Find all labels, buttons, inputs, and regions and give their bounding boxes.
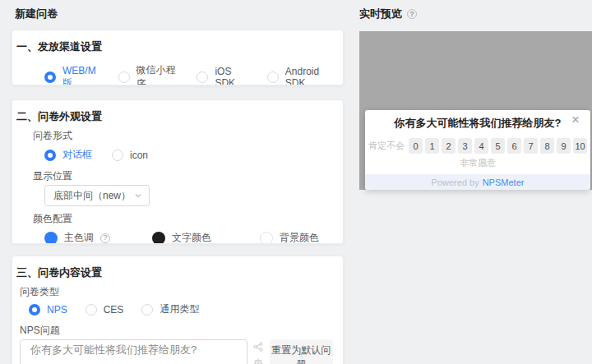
channel-section-title: 一、发放渠道设置 xyxy=(16,40,333,53)
reset-default-question-button[interactable]: 重置为默认问题 xyxy=(270,339,333,364)
appearance-section-title: 二、问卷外观设置 xyxy=(16,110,333,123)
radio-label: icon xyxy=(130,150,148,161)
background-color-item[interactable]: 背景颜色 xyxy=(260,231,333,244)
radio-dot-icon xyxy=(112,150,123,161)
background-color-label: 背景颜色 xyxy=(280,231,319,244)
radio-icon-style[interactable]: icon xyxy=(112,150,148,161)
radio-dot-icon xyxy=(267,71,279,83)
color-config-label: 颜色配置 xyxy=(33,213,333,224)
score-button-6[interactable]: 6 xyxy=(507,138,521,154)
chevron-down-icon xyxy=(134,191,142,200)
radio-nps[interactable]: NPS xyxy=(29,304,67,316)
score-button-4[interactable]: 4 xyxy=(474,138,488,154)
score-button-9[interactable]: 9 xyxy=(557,138,571,154)
rating-scale: 0 1 2 3 4 5 6 7 8 9 10 xyxy=(409,138,587,154)
position-label: 显示位置 xyxy=(33,170,333,182)
score-button-0[interactable]: 0 xyxy=(409,138,423,154)
close-icon[interactable]: × xyxy=(567,112,584,128)
preview-question-title: 你有多大可能性将我们推荐给朋友? xyxy=(365,117,590,130)
color-config-row: 主色调 ? 文字颜色 背景颜色 xyxy=(44,231,333,244)
radio-label: NPS xyxy=(47,304,67,316)
position-select[interactable]: 底部中间（new） xyxy=(44,185,150,206)
score-button-8[interactable]: 8 xyxy=(540,138,554,154)
form-style-radio-group: 对话框 icon xyxy=(44,148,333,162)
score-button-5[interactable]: 5 xyxy=(491,138,505,154)
radio-general[interactable]: 通用类型 xyxy=(141,302,199,316)
radio-wechat-mini[interactable]: 微信小程序 xyxy=(118,63,178,85)
preview-rating-row: 肯定不会 0 1 2 3 4 5 6 7 8 9 10 xyxy=(365,138,590,154)
page-title: 新建问卷 xyxy=(15,7,58,21)
radio-label: iOS SDK xyxy=(215,66,247,85)
radio-label: CES xyxy=(104,304,124,316)
content-settings-card: 三、问卷内容设置 问卷类型 NPS CES 通用类型 NPS问题 xyxy=(12,256,344,364)
score-button-10[interactable]: 10 xyxy=(573,138,587,154)
radio-dot-icon xyxy=(86,304,97,316)
nps-question-input[interactable] xyxy=(20,339,247,364)
survey-type-label: 问卷类型 xyxy=(20,286,333,297)
primary-color-item[interactable]: 主色调 ? xyxy=(44,231,118,244)
radio-android-sdk[interactable]: Android SDK xyxy=(267,66,333,85)
question-tools xyxy=(253,342,263,364)
radio-dot-icon xyxy=(197,71,208,83)
nps-question-row: 重置为默认问题 xyxy=(20,339,333,364)
share-icon[interactable] xyxy=(253,342,263,352)
radio-ios-sdk[interactable]: iOS SDK xyxy=(197,66,247,85)
help-icon[interactable]: ? xyxy=(100,233,110,243)
preview-header: 实时预览 ? xyxy=(359,7,417,21)
radio-dot-icon xyxy=(141,304,153,316)
radio-dot-icon xyxy=(44,71,56,83)
radio-dialog[interactable]: 对话框 xyxy=(44,148,92,162)
channel-radio-group: WEB/M版 微信小程序 iOS SDK Android SDK xyxy=(44,63,333,85)
preview-title: 实时预览 xyxy=(359,7,402,21)
radio-label: 对话框 xyxy=(62,148,92,162)
rating-max-label: 非常愿意 xyxy=(365,157,590,169)
score-button-2[interactable]: 2 xyxy=(442,138,456,154)
nps-question-label: NPS问题 xyxy=(20,325,333,336)
rating-min-label: 肯定不会 xyxy=(368,140,405,152)
preview-footer: Powered by NPSMeter xyxy=(365,174,590,190)
appearance-settings-card: 二、问卷外观设置 问卷形式 对话框 icon 显示位置 底部中间（new） 颜色… xyxy=(12,99,344,244)
help-icon[interactable]: ? xyxy=(407,9,417,19)
radio-dot-icon xyxy=(44,150,56,161)
score-button-1[interactable]: 1 xyxy=(425,138,439,154)
primary-color-swatch[interactable] xyxy=(44,232,58,245)
survey-type-radio-group: NPS CES 通用类型 xyxy=(29,302,333,316)
radio-ces[interactable]: CES xyxy=(86,304,124,316)
radio-label: 通用类型 xyxy=(160,302,199,316)
radio-label: 微信小程序 xyxy=(136,63,178,85)
radio-label: Android SDK xyxy=(285,66,333,85)
score-button-7[interactable]: 7 xyxy=(524,138,538,154)
background-color-swatch[interactable] xyxy=(260,232,273,245)
score-button-3[interactable]: 3 xyxy=(458,138,472,154)
radio-web-m[interactable]: WEB/M版 xyxy=(44,65,99,86)
preview-survey-card: 你有多大可能性将我们推荐给朋友? × 肯定不会 0 1 2 3 4 5 6 7 … xyxy=(365,110,590,190)
primary-color-label: 主色调 xyxy=(64,231,94,244)
text-color-label: 文字颜色 xyxy=(172,231,211,244)
text-color-item[interactable]: 文字颜色 xyxy=(152,231,225,244)
form-style-label: 问卷形式 xyxy=(33,130,333,141)
content-section-title: 三、问卷内容设置 xyxy=(16,266,333,279)
channel-settings-card: 一、发放渠道设置 WEB/M版 微信小程序 iOS SDK Android SD… xyxy=(12,30,344,85)
text-color-swatch[interactable] xyxy=(152,232,165,245)
radio-dot-icon xyxy=(118,71,130,83)
npsmeter-brand-link[interactable]: NPSMeter xyxy=(483,177,525,187)
powered-by-text: Powered by xyxy=(432,177,479,187)
position-select-value: 底部中间（new） xyxy=(53,189,131,203)
gear-icon[interactable] xyxy=(253,358,263,364)
radio-label: WEB/M版 xyxy=(62,65,99,86)
radio-dot-icon xyxy=(29,304,40,316)
